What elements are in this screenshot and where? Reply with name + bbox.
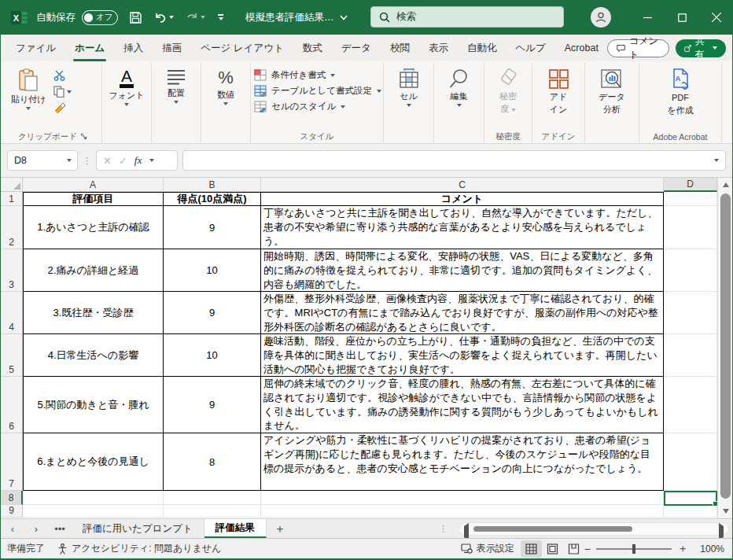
tabbar-splitter[interactable]: ⋮ — [439, 524, 448, 534]
autosave-toggle[interactable]: オフ — [82, 10, 118, 25]
copy-button[interactable] — [53, 86, 72, 98]
cell-C1[interactable]: コメント — [261, 192, 664, 206]
page-break-view-button[interactable] — [563, 540, 584, 558]
tab-data[interactable]: データ — [333, 35, 380, 61]
tab-file[interactable]: ファイル — [7, 35, 64, 61]
undo-dropdown-icon[interactable] — [169, 16, 174, 19]
sheet-list-icon[interactable]: ••• — [48, 519, 72, 538]
cell-D1[interactable] — [664, 192, 717, 206]
accessibility-status[interactable]: アクセシビリティ: 問題ありません — [51, 542, 227, 555]
zoom-slider-thumb[interactable] — [632, 544, 635, 554]
minimize-button[interactable] — [630, 0, 665, 35]
save-button[interactable] — [129, 11, 142, 24]
cell-B4[interactable]: 9 — [164, 292, 261, 334]
cell-A9[interactable] — [23, 505, 164, 518]
cell-A5[interactable]: 4.日常生活への影響 — [23, 334, 164, 377]
cell-B2[interactable]: 9 — [164, 206, 261, 249]
cell-D2[interactable] — [664, 206, 717, 249]
tab-home[interactable]: ホーム — [66, 35, 113, 61]
column-header-C[interactable]: C — [261, 178, 664, 192]
cell-B9[interactable] — [164, 505, 261, 518]
row-header-1[interactable]: 1 — [1, 192, 23, 206]
excel-logo-icon[interactable]: X — [11, 9, 28, 26]
cell-D4[interactable] — [664, 292, 717, 334]
paste-dropdown-icon[interactable] — [26, 107, 31, 110]
font-menu-button[interactable]: A フォント — [105, 65, 148, 106]
name-box[interactable]: D8 — [7, 150, 78, 171]
cell-C2[interactable]: 丁寧なあいさつと共に主訴を聞き出しており、自然な導入ができています。ただし、患者… — [261, 206, 664, 249]
row-header-3[interactable]: 3 — [1, 249, 23, 292]
row-header-5[interactable]: 5 — [1, 334, 23, 377]
zoom-in-button[interactable]: ＋ — [677, 542, 688, 556]
account-avatar[interactable] — [591, 7, 611, 28]
cell-B3[interactable]: 10 — [164, 249, 261, 292]
cell-A2[interactable]: 1.あいさつと主訴の確認 — [23, 206, 164, 249]
cell-D9[interactable] — [664, 505, 717, 518]
cell-B7[interactable]: 8 — [164, 433, 261, 491]
tab-formulas[interactable]: 数式 — [294, 35, 331, 61]
zoom-level[interactable]: 100% — [688, 543, 733, 554]
cell-A4[interactable]: 3.既往歴・受診歴 — [23, 292, 164, 334]
add-sheet-button[interactable]: ＋ — [267, 519, 293, 538]
editing-menu-button[interactable]: 編集 — [445, 65, 473, 107]
scroll-down-icon[interactable] — [718, 509, 733, 514]
zoom-slider[interactable] — [596, 548, 672, 550]
comments-button[interactable]: コメント — [607, 39, 669, 57]
cell-C4[interactable]: 外傷歴、整形外科受診歴、画像検査内容、服薬状況まで丁寧に確認されており、的確です… — [261, 292, 664, 334]
cell-D3[interactable] — [664, 249, 717, 292]
cell-A8[interactable] — [23, 491, 164, 505]
column-header-A[interactable]: A — [23, 178, 164, 192]
row-header-4[interactable]: 4 — [1, 292, 23, 334]
conditional-formatting-button[interactable]: 条件付き書式 — [254, 69, 381, 81]
tab-help[interactable]: ヘルプ — [506, 35, 554, 61]
sheet-nav-prev-icon[interactable]: ‹ — [1, 519, 24, 538]
scroll-right-icon[interactable] — [719, 526, 724, 537]
cell-A7[interactable]: 6.まとめと今後の見通し — [23, 433, 164, 491]
quick-access-customize-button[interactable] — [218, 14, 223, 20]
cell-C3[interactable]: 開始時期、誘因、時間帯による変化、安静時の状態、VAS、日による変動など、多角的… — [261, 249, 664, 292]
column-header-D[interactable]: D — [664, 178, 717, 192]
normal-view-button[interactable] — [521, 540, 542, 558]
column-header-B[interactable]: B — [164, 178, 261, 192]
addins-button[interactable]: アド イン — [544, 65, 573, 115]
view-settings-button[interactable]: 表示設定 — [455, 542, 521, 555]
cell-D6[interactable] — [664, 377, 717, 433]
vertical-scrollbar-thumb[interactable] — [720, 193, 731, 499]
row-header-8[interactable]: 8 — [1, 491, 23, 505]
horizontal-scrollbar[interactable] — [459, 522, 729, 536]
document-title[interactable]: 模擬患者評価結果… — [245, 11, 348, 24]
format-as-table-button[interactable]: テーブルとして書式設定 — [254, 85, 381, 97]
undo-button[interactable] — [153, 11, 174, 24]
cell-D5[interactable] — [664, 334, 717, 377]
tab-page-layout[interactable]: ページ レイアウト — [192, 35, 293, 61]
format-painter-button[interactable] — [53, 102, 72, 113]
zoom-out-button[interactable]: − — [584, 543, 591, 555]
fx-dropdown-icon[interactable] — [149, 159, 154, 162]
data-analysis-button[interactable]: データ 分析 — [595, 65, 629, 115]
select-all-corner[interactable] — [1, 178, 23, 192]
cell-C9[interactable] — [261, 505, 664, 518]
cell-A3[interactable]: 2.痛みの詳細と経過 — [23, 249, 164, 292]
insert-function-button[interactable]: fx — [134, 154, 142, 167]
create-pdf-button[interactable]: A PDF を作成 — [663, 65, 697, 116]
cell-styles-button[interactable]: セルのスタイル — [254, 101, 381, 112]
cell-D7[interactable] — [664, 433, 717, 491]
row-header-6[interactable]: 6 — [1, 377, 23, 433]
copy-dropdown-icon[interactable] — [67, 90, 72, 94]
cells-menu-button[interactable]: セル — [394, 65, 424, 107]
cell-C8[interactable] — [261, 491, 664, 505]
close-button[interactable] — [699, 0, 733, 35]
number-menu-button[interactable]: % 数値 — [213, 65, 238, 105]
share-button[interactable]: 共有 — [676, 39, 727, 57]
row-header-7[interactable]: 7 — [1, 433, 23, 491]
tab-review[interactable]: 校閲 — [381, 35, 418, 61]
formula-input[interactable] — [182, 150, 726, 171]
cell-B5[interactable]: 10 — [164, 334, 261, 377]
cell-C7[interactable]: アイシングや筋力・柔軟性に基づくリハビリの提案がされており、患者の希望(ジョギン… — [261, 433, 664, 491]
scroll-left-icon[interactable] — [464, 526, 469, 537]
row-header-2[interactable]: 2 — [1, 206, 23, 249]
vertical-scrollbar[interactable] — [717, 178, 733, 518]
tab-automate[interactable]: 自動化 — [459, 35, 506, 61]
sheet-tab-prompt[interactable]: 評価に用いたプロンプト — [72, 519, 204, 538]
row-header-9[interactable]: 9 — [1, 505, 23, 518]
